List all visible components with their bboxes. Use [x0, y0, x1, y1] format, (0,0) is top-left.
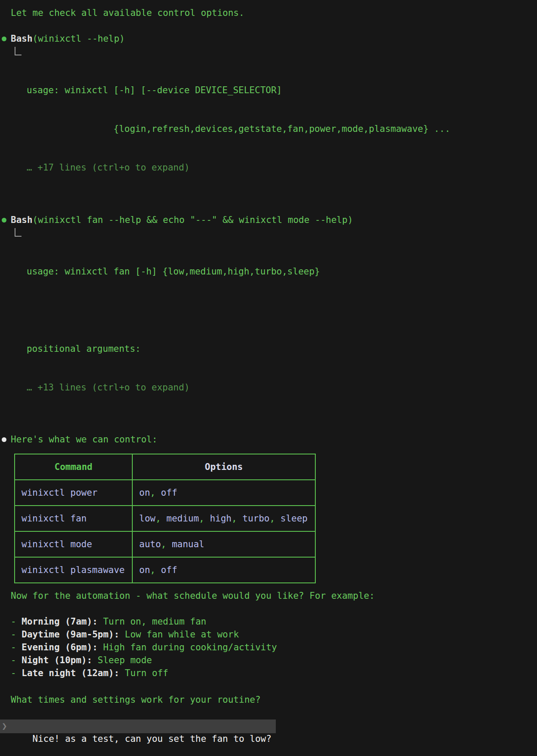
tool-call-header: Bash(winixctl --help)	[11, 32, 533, 45]
schedule-label: Daytime (9am-5pm):	[21, 629, 119, 640]
user-message-text: Nice! as a test, can you set the fan to …	[33, 734, 272, 744]
tool-command: (winixctl --help)	[33, 34, 125, 44]
option-value: sleep	[281, 513, 308, 524]
bash-tool-call-fan-mode-help: Bash(winixctl fan --help && echo "---" &…	[11, 213, 533, 420]
table-cell-command: winixctl fan	[15, 506, 132, 531]
tool-output-line: usage: winixctl fan [-h] {low,medium,hig…	[27, 265, 533, 278]
option-value: low	[139, 513, 156, 524]
assistant-text: What times and settings work for your ro…	[11, 695, 261, 705]
spacer	[119, 629, 125, 640]
command-options-table-wrap: Command Options winixctl power on, off w…	[11, 454, 533, 583]
option-value: medium	[166, 513, 199, 524]
schedule-list: - Morning (7am): Turn on, medium fan - D…	[11, 615, 533, 680]
assistant-bullet-icon	[2, 437, 6, 442]
option-value: on	[139, 488, 150, 498]
assistant-text: Here's what we can control:	[11, 434, 157, 445]
schedule-desc: High fan during cooking/activity	[103, 642, 277, 652]
list-marker: -	[11, 655, 21, 665]
command-options-table: Command Options winixctl power on, off w…	[14, 454, 316, 583]
table-cell-options: auto, manual	[132, 531, 315, 557]
tool-output-line	[27, 304, 533, 317]
tool-output-line: positional arguments:	[27, 342, 533, 355]
table-row: winixctl mode auto, manual	[15, 531, 315, 557]
tool-call-header: Bash(winixctl fan --help && echo "---" &…	[11, 213, 533, 226]
tool-bullet-icon	[2, 218, 6, 223]
table-header-options: Options	[132, 454, 315, 480]
list-marker: -	[11, 629, 21, 640]
table-row: winixctl plasmawave on, off	[15, 557, 315, 583]
option-value: high	[210, 513, 232, 524]
assistant-text: Let me check all available control optio…	[11, 8, 244, 18]
option-value: manual	[172, 539, 204, 549]
spacer	[92, 655, 98, 665]
table-cell-options: low, medium, high, turbo, sleep	[132, 506, 315, 531]
tool-command: (winixctl fan --help && echo "---" && wi…	[33, 215, 353, 225]
schedule-label: Late night (12am):	[21, 668, 119, 678]
list-item: - Daytime (9am-5pm): Low fan while at wo…	[11, 628, 533, 641]
assistant-message-intro: Let me check all available control optio…	[11, 6, 533, 19]
table-cell-command: winixctl power	[15, 480, 132, 506]
table-row: winixctl power on, off	[15, 480, 315, 506]
option-separator: ,	[150, 488, 161, 498]
schedule-desc: Low fan while at work	[125, 629, 239, 640]
spacer	[98, 616, 103, 627]
option-value: auto	[139, 539, 161, 549]
bash-tool-call-help: Bash(winixctl --help) usage: winixctl [-…	[11, 32, 533, 200]
assistant-message-what-times: What times and settings work for your ro…	[11, 693, 533, 706]
spacer	[119, 668, 125, 678]
schedule-label: Morning (7am):	[21, 616, 98, 627]
user-prompt-bar: ❯Nice! as a test, can you set the fan to…	[0, 719, 276, 733]
tool-name: Bash	[11, 215, 33, 225]
table-row: winixctl fan low, medium, high, turbo, s…	[15, 506, 315, 531]
table-cell-command: winixctl plasmawave	[15, 557, 132, 583]
tool-output-line: usage: winixctl [-h] [--device DEVICE_SE…	[27, 84, 533, 97]
option-value: turbo	[242, 513, 269, 524]
tool-output: usage: winixctl fan [-h] {low,medium,hig…	[27, 226, 533, 420]
assistant-message-now-for: Now for the automation - what schedule w…	[11, 589, 533, 602]
list-item: - Late night (12am): Turn off	[11, 667, 533, 680]
schedule-label: Evening (6pm):	[21, 642, 98, 652]
option-separator: ,	[269, 513, 280, 524]
table-cell-command: winixctl mode	[15, 531, 132, 557]
table-cell-options: on, off	[132, 480, 315, 506]
option-separator: ,	[232, 513, 242, 524]
tool-output-line: {login,refresh,devices,getstate,fan,powe…	[27, 122, 533, 135]
tool-name: Bash	[11, 34, 33, 44]
schedule-desc: Turn off	[125, 668, 168, 678]
schedule-desc: Turn on, medium fan	[103, 616, 206, 627]
output-connector-icon	[15, 47, 21, 55]
list-item: - Evening (6pm): High fan during cooking…	[11, 641, 533, 654]
spacer	[98, 642, 103, 652]
option-value: off	[161, 565, 177, 575]
list-item: - Night (10pm): Sleep mode	[11, 654, 533, 667]
list-item: - Morning (7am): Turn on, medium fan	[11, 615, 533, 628]
option-value: off	[161, 488, 177, 498]
option-separator: ,	[199, 513, 210, 524]
option-separator: ,	[156, 513, 166, 524]
output-connector-icon	[15, 228, 21, 237]
assistant-message-heres-what: Here's what we can control:	[11, 433, 533, 446]
schedule-label: Night (10pm):	[21, 655, 92, 665]
assistant-text: Now for the automation - what schedule w…	[11, 591, 375, 601]
tool-output: usage: winixctl [-h] [--device DEVICE_SE…	[27, 45, 533, 200]
option-separator: ,	[161, 539, 172, 549]
table-header-command: Command	[15, 454, 132, 480]
user-message-row: ❯Nice! as a test, can you set the fan to…	[11, 719, 533, 756]
expand-hint[interactable]: … +17 lines (ctrl+o to expand)	[27, 161, 533, 174]
expand-hint[interactable]: … +13 lines (ctrl+o to expand)	[27, 381, 533, 394]
table-cell-options: on, off	[132, 557, 315, 583]
list-marker: -	[11, 668, 21, 678]
option-value: on	[139, 565, 150, 575]
option-separator: ,	[150, 565, 161, 575]
prompt-chevron-icon: ❯	[2, 719, 7, 732]
table-header-row: Command Options	[15, 454, 315, 480]
list-marker: -	[11, 616, 21, 627]
list-marker: -	[11, 642, 21, 652]
tool-bullet-icon	[2, 37, 6, 41]
schedule-desc: Sleep mode	[98, 655, 152, 665]
